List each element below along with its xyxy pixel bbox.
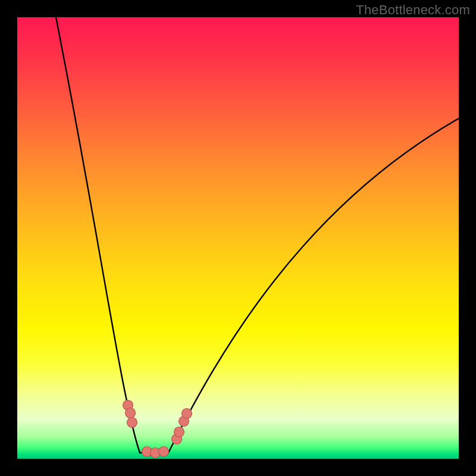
data-point-marker (174, 427, 184, 437)
bottleneck-curve (17, 17, 459, 459)
plot-area (17, 17, 459, 459)
data-point-marker (182, 409, 192, 419)
v-curve-path (56, 17, 459, 453)
chart-frame: TheBottleneck.com (0, 0, 476, 476)
data-point-marker (126, 408, 136, 418)
data-point-marker (159, 447, 169, 457)
data-point-marker (127, 418, 137, 428)
watermark-text: TheBottleneck.com (356, 2, 470, 18)
